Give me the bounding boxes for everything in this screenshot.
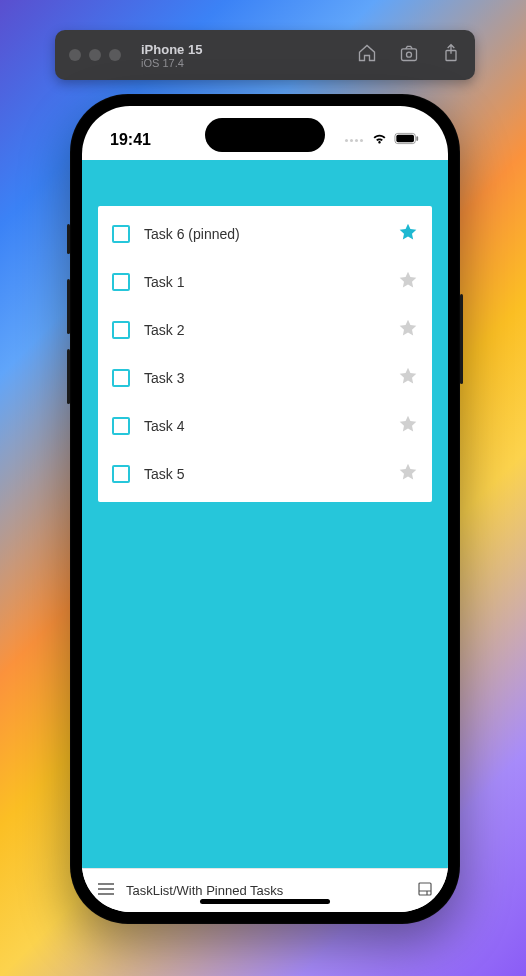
simulator-title-block: iPhone 15 iOS 17.4: [141, 42, 349, 69]
task-row[interactable]: Task 2: [98, 306, 432, 354]
svg-rect-9: [419, 883, 431, 895]
app-viewport: Task 6 (pinned) Task 1 Task 2: [82, 160, 448, 868]
menu-icon[interactable]: [98, 883, 114, 898]
task-label: Task 1: [144, 274, 384, 290]
minimize-window-button[interactable]: [89, 49, 101, 61]
side-button-volume-up: [67, 279, 70, 334]
task-checkbox[interactable]: [112, 321, 130, 339]
screenshot-icon[interactable]: [399, 43, 419, 67]
svg-rect-5: [416, 136, 418, 141]
side-button-silent: [67, 224, 70, 254]
svg-rect-0: [402, 49, 417, 61]
storybook-story-path: TaskList/With Pinned Tasks: [126, 883, 406, 898]
task-label: Task 3: [144, 370, 384, 386]
wifi-icon: [371, 131, 388, 149]
svg-rect-4: [396, 135, 414, 142]
pin-star-icon[interactable]: [398, 414, 418, 438]
task-checkbox[interactable]: [112, 465, 130, 483]
dynamic-island: [205, 118, 325, 152]
task-row[interactable]: Task 1: [98, 258, 432, 306]
home-indicator[interactable]: [200, 899, 330, 904]
svg-point-1: [407, 52, 412, 57]
storybook-bottom-bar: TaskList/With Pinned Tasks: [82, 868, 448, 912]
task-list-card: Task 6 (pinned) Task 1 Task 2: [98, 206, 432, 502]
task-row[interactable]: Task 5: [98, 450, 432, 498]
task-checkbox[interactable]: [112, 369, 130, 387]
pin-star-icon[interactable]: [398, 222, 418, 246]
phone-frame: 19:41 Task 6 (pinned): [70, 94, 460, 924]
close-window-button[interactable]: [69, 49, 81, 61]
addons-panel-icon[interactable]: [418, 882, 432, 899]
task-label: Task 2: [144, 322, 384, 338]
pin-star-icon[interactable]: [398, 270, 418, 294]
zoom-window-button[interactable]: [109, 49, 121, 61]
window-controls[interactable]: [69, 49, 121, 61]
status-time: 19:41: [110, 131, 151, 149]
pin-star-icon[interactable]: [398, 318, 418, 342]
pin-star-icon[interactable]: [398, 366, 418, 390]
pin-star-icon[interactable]: [398, 462, 418, 486]
simulator-toolbar: iPhone 15 iOS 17.4: [55, 30, 475, 80]
task-label: Task 4: [144, 418, 384, 434]
share-icon[interactable]: [441, 43, 461, 67]
task-row[interactable]: Task 4: [98, 402, 432, 450]
simulator-device-name: iPhone 15: [141, 42, 349, 57]
side-button-power: [460, 294, 463, 384]
task-checkbox[interactable]: [112, 273, 130, 291]
task-label: Task 6 (pinned): [144, 226, 384, 242]
task-row[interactable]: Task 3: [98, 354, 432, 402]
home-icon[interactable]: [357, 43, 377, 67]
side-button-volume-down: [67, 349, 70, 404]
task-checkbox[interactable]: [112, 417, 130, 435]
simulator-os-version: iOS 17.4: [141, 57, 349, 69]
task-checkbox[interactable]: [112, 225, 130, 243]
cellular-dots-icon: [345, 139, 363, 142]
battery-icon: [394, 131, 420, 149]
task-row[interactable]: Task 6 (pinned): [98, 210, 432, 258]
phone-screen: 19:41 Task 6 (pinned): [82, 106, 448, 912]
task-label: Task 5: [144, 466, 384, 482]
